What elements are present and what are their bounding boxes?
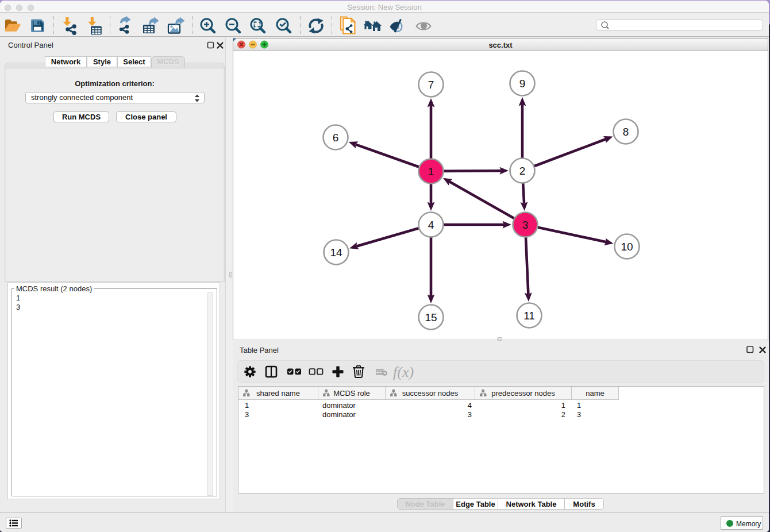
svg-text:4: 4	[428, 219, 434, 231]
svg-text:14: 14	[330, 246, 342, 259]
svg-text:10: 10	[621, 241, 633, 253]
svg-text:8: 8	[623, 126, 629, 138]
svg-text:3: 3	[522, 219, 529, 231]
svg-text:f(x): f(x)	[393, 364, 414, 380]
svg-text:6: 6	[333, 132, 339, 144]
svg-text:9: 9	[519, 78, 526, 90]
svg-text:15: 15	[425, 311, 437, 323]
svg-text:11: 11	[523, 310, 535, 322]
svg-text:1: 1	[428, 165, 434, 178]
svg-text:7: 7	[428, 79, 434, 91]
svg-text:2: 2	[519, 165, 526, 177]
